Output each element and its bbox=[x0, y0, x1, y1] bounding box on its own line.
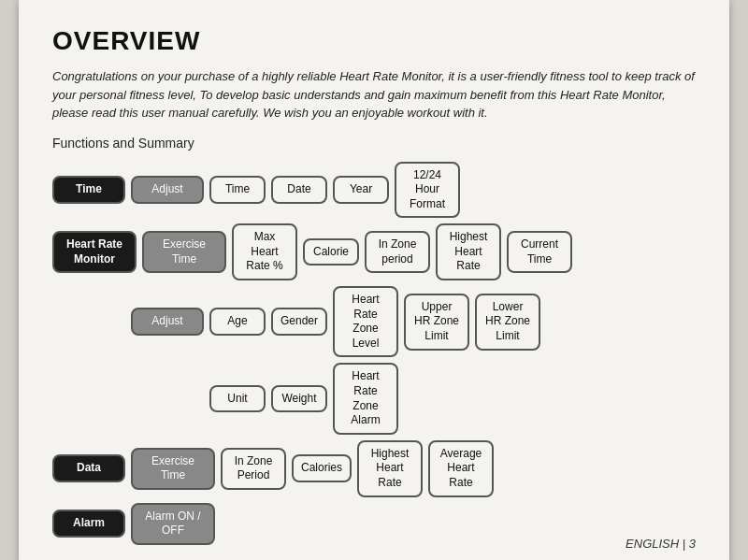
table-row: AlarmAlarm ON / OFF bbox=[52, 503, 696, 545]
flow-cell: Weight bbox=[271, 385, 327, 413]
row-sub bbox=[131, 395, 204, 404]
row-sub: Adjust bbox=[131, 308, 204, 336]
row-sub: Alarm ON / OFF bbox=[131, 503, 215, 545]
flow-table: TimeAdjustTimeDateYear12/24 Hour FormatH… bbox=[52, 162, 696, 545]
row-sub: Exercise Time bbox=[131, 448, 215, 490]
table-row: AdjustAgeGenderHeart Rate Zone LevelUppe… bbox=[52, 286, 696, 357]
flow-cell: Highest Heart Rate bbox=[436, 223, 501, 280]
row-label: Data bbox=[52, 454, 125, 482]
flow-cell: Calorie bbox=[303, 238, 359, 266]
flow-cell: Year bbox=[333, 176, 389, 204]
flow-cell: Time bbox=[209, 176, 266, 204]
flow-cell: Upper HR Zone Limit bbox=[404, 294, 469, 351]
flow-cell: In Zone Period bbox=[221, 448, 286, 490]
flow-cell: Heart Rate Zone Level bbox=[333, 286, 398, 357]
flow-cell: Average Heart Rate bbox=[428, 440, 494, 497]
overview-page: OVERVIEW Congratulations on your purchas… bbox=[19, 0, 729, 560]
flow-cell: 12/24 Hour Format bbox=[395, 162, 460, 219]
flow-cell: Lower HR Zone Limit bbox=[475, 294, 540, 351]
flow-cell: Unit bbox=[209, 385, 266, 413]
page-title: OVERVIEW bbox=[52, 26, 696, 56]
table-row: Heart Rate MonitorExercise TimeMax Heart… bbox=[52, 223, 696, 280]
row-label bbox=[52, 395, 125, 404]
intro-text: Congratulations on your purchase of a hi… bbox=[52, 67, 696, 122]
flow-cell: Gender bbox=[271, 308, 327, 336]
flow-cell: In Zone period bbox=[365, 231, 430, 273]
row-label: Time bbox=[52, 176, 125, 204]
flow-cell: Heart Rate Zone Alarm bbox=[333, 363, 398, 434]
row-label: Alarm bbox=[52, 510, 125, 538]
flow-cell: Age bbox=[209, 308, 266, 336]
row-sub: Adjust bbox=[131, 176, 204, 204]
table-row: UnitWeightHeart Rate Zone Alarm bbox=[52, 363, 696, 434]
row-sub: Exercise Time bbox=[142, 231, 226, 273]
functions-label: Functions and Summary bbox=[52, 136, 696, 151]
table-row: DataExercise TimeIn Zone PeriodCaloriesH… bbox=[52, 440, 696, 497]
row-label: Heart Rate Monitor bbox=[52, 231, 137, 273]
row-label bbox=[52, 317, 125, 326]
flow-cell: Current Time bbox=[507, 231, 572, 273]
table-row: TimeAdjustTimeDateYear12/24 Hour Format bbox=[52, 162, 696, 219]
flow-cell: Date bbox=[271, 176, 327, 204]
flow-cell: Calories bbox=[292, 454, 352, 482]
footer-text: ENGLISH | 3 bbox=[626, 537, 696, 551]
flow-cell: Highest Heart Rate bbox=[357, 440, 423, 497]
flow-cell: Max Heart Rate % bbox=[232, 223, 297, 280]
